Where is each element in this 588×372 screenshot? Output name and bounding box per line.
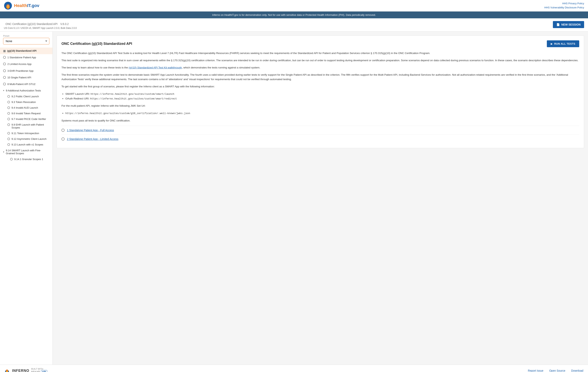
content-card: ONC Certification (g)(10) Standardized A… <box>57 35 584 148</box>
oauth-redirect-uri: https://inferno.healthit.gov/suites/cust… <box>90 97 177 100</box>
sidebar-item-label: 8 Multi-Patient API STU2 <box>7 83 49 86</box>
sidebar-item-limited[interactable]: 2 Limited Access App <box>0 61 52 67</box>
built-with-label: BUILT WITH <box>31 368 47 370</box>
test-item-1[interactable]: 1 Standalone Patient App - Full Access <box>62 126 579 134</box>
sidebar-item-label: 9.12 Asymmetric Client Launch <box>11 137 46 140</box>
logo-area: HealthIT.gov <box>4 1 39 10</box>
sidebar-item-label: (g)(10) Standardized API <box>7 49 49 53</box>
sidebar-item-9-9[interactable]: 9.9 EHR Launch with Patient Scopes <box>0 122 52 130</box>
report-issue-link[interactable]: Report Issue <box>528 369 543 372</box>
sidebar-sub-sub-nav: 9.14.1 Granular Scopes 1 <box>0 156 52 162</box>
hhs-privacy-link[interactable]: HHS Privacy Policy <box>544 1 584 6</box>
sidebar-item-9-3[interactable]: 9.3 Token Revocation <box>0 99 52 105</box>
preset-label: Preset <box>3 35 49 37</box>
smart-launch-uri: https://inferno.healthit.gov/suites/cust… <box>91 93 174 95</box>
content-header: ONC Certification (g)(10) Standardized A… <box>62 40 579 47</box>
footer-left: INFERNO BUILT WITH V.0.4.42 API <box>5 367 47 372</box>
sidebar-item-label: 9.6 Invalid Token Request <box>11 112 41 115</box>
title-bar-left: ONC Certification (g)(10) Standardized A… <box>4 21 77 30</box>
radio-icon <box>7 132 10 134</box>
paragraph-4: The first three scenarios require the sy… <box>62 73 579 82</box>
sidebar-item-9-4[interactable]: 9.4 Invalid AUD Launch <box>0 105 52 111</box>
sidebar-item-9-13[interactable]: 9.13 Launch with v1 Scopes <box>0 142 52 147</box>
radio-icon <box>3 83 6 85</box>
radio-icon <box>10 158 13 160</box>
sidebar-item-label: 9.2 Public Client Launch <box>11 95 39 98</box>
sidebar-item-9-6[interactable]: 9.6 Invalid Token Request <box>0 111 52 116</box>
test-link-2[interactable]: 2 Standalone Patient App - Limited Acces… <box>67 137 118 141</box>
sidebar-section-additional-auth[interactable]: ▾ 9 Additional Authorization Tests <box>0 88 52 93</box>
sidebar-item-label: 9.13 Launch with v1 Scopes <box>11 143 43 146</box>
sidebar-item-g10-api[interactable]: ▦ (g)(10) Standardized API <box>0 48 52 54</box>
smart-list-item-1: SMART Launch URI: https://inferno.health… <box>65 92 579 96</box>
test-link-1[interactable]: 1 Standalone Patient App - Full Access <box>67 129 114 132</box>
inferno-logo: INFERNO <box>5 367 29 372</box>
hhs-vulnerability-link[interactable]: HHS Vulnerability Disclosure Policy <box>544 6 584 10</box>
sidebar-item-9-11[interactable]: 9.11 Token Introspection <box>0 130 52 136</box>
page-title: ONC Certification (g)(10) Standardized A… <box>4 21 77 26</box>
radio-icon <box>3 76 6 79</box>
content-body: The ONC Certification (g)(10) Standardiz… <box>62 51 579 143</box>
sidebar-item-label: 3 EHR Practitioner App <box>7 69 49 73</box>
preset-dropdown[interactable]: None <box>3 38 49 44</box>
jwk-url-item: https://inferno.healthit.gov/suites/cust… <box>65 111 579 116</box>
test-radio-2 <box>62 137 64 141</box>
sidebar-item-label: 2 Limited Access App <box>7 62 49 66</box>
info-banner: Inferno on HealthIT.gov is for demonstra… <box>0 11 588 18</box>
sidebar-item-ehr[interactable]: 3 EHR Practitioner App <box>0 68 52 74</box>
radio-icon <box>7 124 10 126</box>
footer-meta: BUILT WITH V.0.4.42 API <box>31 368 47 372</box>
main-layout: Preset None ▦ (g)(10) Standardized API 1… <box>0 31 588 365</box>
download-link[interactable]: Download <box>571 369 583 372</box>
radio-icon <box>3 62 6 65</box>
sidebar-item-multi[interactable]: 8 Multi-Patient API STU2 <box>0 81 52 88</box>
sidebar-item-label: 9.14.1 Granular Scopes 1 <box>14 158 43 161</box>
healthit-logo-icon <box>4 1 12 10</box>
sidebar-item-single[interactable]: 10 Single Patient API <box>0 74 52 81</box>
paragraph-5: To get started with the first group of s… <box>62 84 579 89</box>
sidebar-item-9-2[interactable]: 9.2 Public Client Launch <box>0 93 52 99</box>
sidebar-sub-nav: 9.2 Public Client Launch 9.3 Token Revoc… <box>0 93 52 147</box>
run-all-label: RUN ALL TESTS <box>554 42 575 45</box>
sidebar: Preset None ▦ (g)(10) Standardized API 1… <box>0 31 53 365</box>
inferno-flame-icon <box>5 367 11 372</box>
grid-icon: ▦ <box>3 49 6 52</box>
walkthrough-link[interactable]: (g)(10) Standardized API Test Kit walkth… <box>129 66 182 69</box>
radio-icon <box>7 106 10 109</box>
section-header-label: 9 Additional Authorization Tests <box>6 89 41 92</box>
title-bar: ONC Certification (g)(10) Standardized A… <box>0 18 588 31</box>
sub-section-label: 9.14 SMART Launch with Fine-Grained Scop… <box>6 149 49 155</box>
paragraph-2: This test suite is organized into testin… <box>62 58 579 63</box>
footer-version: V.0.4.42 <box>31 371 40 372</box>
sidebar-item-9-7[interactable]: 9.7 Invalid PKCE Code Verifier <box>0 116 52 122</box>
header-links: HHS Privacy Policy HHS Vulnerability Dis… <box>544 1 584 10</box>
new-session-button[interactable]: 📄 NEW SESSION <box>553 21 584 28</box>
sidebar-item-label: 9.3 Token Revocation <box>11 101 36 103</box>
paragraph-1: The ONC Certification (g)(10) Standardiz… <box>62 51 579 56</box>
page-subtitle: US Core 6.1.0 / USCDI v3, SMART App Laun… <box>4 27 77 30</box>
sidebar-item-9-14-1[interactable]: 9.14.1 Granular Scopes 1 <box>0 156 52 162</box>
site-logo-text: HealthIT.gov <box>14 3 39 8</box>
multi-patient-text: For the multi-patient API, register Infe… <box>62 104 579 108</box>
sidebar-item-label: 10 Single Patient API <box>7 76 49 79</box>
run-all-tests-button[interactable]: ▶ RUN ALL TESTS <box>547 40 579 47</box>
radio-icon <box>3 56 6 59</box>
radio-icon <box>7 118 10 120</box>
open-source-link[interactable]: Open Source <box>549 369 565 372</box>
sidebar-item-label: 9.7 Invalid PKCE Code Verifier <box>11 118 46 121</box>
test-item-2[interactable]: 2 Standalone Patient App - Limited Acces… <box>62 134 579 143</box>
sidebar-item-standalone[interactable]: 1 Standalone Patient App <box>0 54 52 61</box>
smart-list: SMART Launch URI: https://inferno.health… <box>65 92 579 101</box>
radio-icon <box>7 138 10 140</box>
radio-icon <box>7 95 10 98</box>
play-icon: ▶ <box>551 42 553 45</box>
header: HealthIT.gov HHS Privacy Policy HHS Vuln… <box>0 0 588 11</box>
banner-text: Inferno on HealthIT.gov is for demonstra… <box>212 13 376 16</box>
sidebar-item-9-12[interactable]: 9.12 Asymmetric Client Launch <box>0 136 52 142</box>
chevron-down-icon: ▾ <box>3 89 4 92</box>
sidebar-section-9-14[interactable]: ▾ 9.14 SMART Launch with Fine-Grained Sc… <box>0 147 52 156</box>
footer-api-link[interactable]: API <box>41 370 47 372</box>
radio-icon <box>7 143 10 146</box>
radio-icon <box>3 69 6 72</box>
sidebar-item-label: 9.11 Token Introspection <box>11 132 39 135</box>
